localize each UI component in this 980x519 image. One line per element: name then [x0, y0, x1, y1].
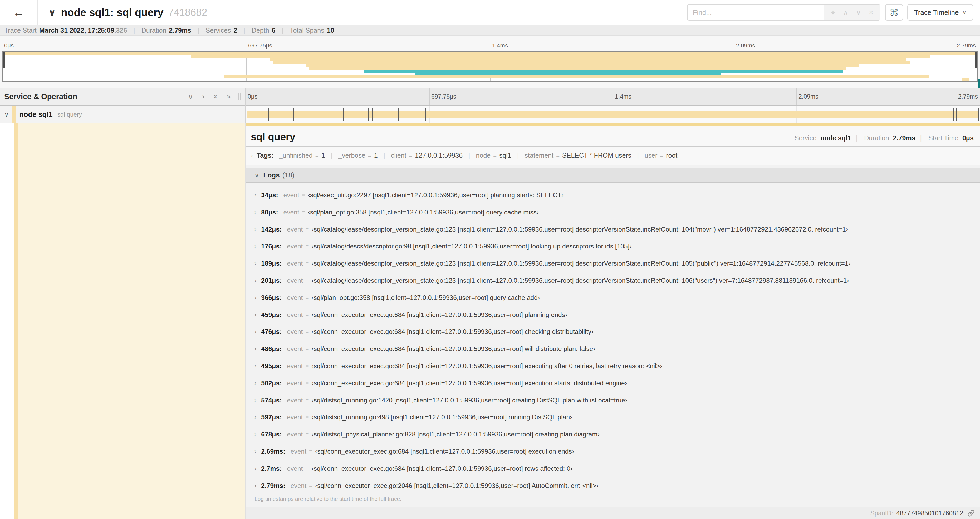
log-marker-tick [297, 108, 298, 121]
log-marker-tick [285, 108, 285, 121]
collapse-one-icon[interactable]: ∨ [188, 92, 193, 101]
trace-view-selector[interactable]: Trace Timeline ∨ [907, 4, 973, 21]
minimap-span-bar [306, 64, 860, 67]
log-entry[interactable]: › 176μs: event = ‹sql/catalog/descs/desc… [245, 238, 980, 255]
find-group: ⌖ ∧ ∨ × [687, 4, 880, 21]
span-collapse-chevron-icon[interactable]: ∨ [4, 111, 9, 118]
chevron-right-icon[interactable]: › [255, 345, 256, 352]
tag-item: node = sql1 [463, 152, 511, 159]
logs-header[interactable]: ∨ Logs (18) [245, 168, 980, 183]
ruler-gridline [796, 88, 797, 105]
link-icon[interactable] [967, 509, 975, 517]
minimap-span-bar [415, 72, 721, 75]
log-marker-tick [978, 108, 979, 121]
trace-summary-item: Services 2 [191, 27, 237, 34]
chevron-right-icon[interactable]: › [255, 260, 256, 267]
detail-left-gutter [0, 123, 245, 519]
log-entry[interactable]: › 476μs: event = ‹sql/conn_executor_exec… [245, 323, 980, 340]
minimap-span-bar [364, 70, 843, 72]
minimap-right-drag-handle[interactable] [975, 52, 977, 67]
chevron-right-icon[interactable]: › [255, 448, 256, 455]
log-marker-tick [293, 108, 294, 121]
log-entry[interactable]: › 574μs: event = ‹sql/distsql_running.go… [245, 391, 980, 409]
chevron-right-icon[interactable]: › [255, 380, 256, 386]
chevron-right-icon[interactable]: › [255, 226, 256, 233]
chevron-down-icon[interactable]: ∨ [255, 172, 259, 179]
logs-section: ∨ Logs (18) › 34μs: event = ‹sql/exec_ut… [245, 168, 980, 507]
focus-target-icon[interactable]: ⌖ [831, 8, 835, 17]
column-resize-grip[interactable] [238, 93, 241, 100]
log-entry[interactable]: › 366μs: event = ‹sql/plan_opt.go:358 [n… [245, 289, 980, 306]
tag-item: user = root [631, 152, 677, 159]
log-entry[interactable]: › 2.7ms: event = ‹sql/conn_executor_exec… [245, 460, 980, 477]
back-button[interactable]: ← [0, 0, 38, 25]
span-row[interactable]: ∨ node sql1 sql query [0, 106, 980, 123]
log-entry[interactable]: › 2.79ms: event = ‹sql/conn_executor_exe… [245, 477, 980, 494]
chevron-right-icon[interactable]: › [255, 431, 256, 438]
collapse-controls: ∨ › » » [188, 92, 231, 101]
span-color-stripe [12, 106, 16, 123]
chevron-right-icon[interactable]: › [255, 465, 256, 472]
chevron-right-icon[interactable]: › [255, 192, 256, 199]
chevron-right-icon[interactable]: › [255, 294, 256, 301]
find-controls: ⌖ ∧ ∨ × [824, 5, 880, 20]
log-entry[interactable]: › 34μs: event = ‹sql/exec_util.go:2297 [… [245, 187, 980, 204]
find-next-icon[interactable]: ∨ [856, 8, 861, 17]
find-input[interactable] [687, 5, 824, 20]
span-row-timeline-cell[interactable] [245, 106, 980, 123]
log-entry[interactable]: › 2.69ms: event = ‹sql/conn_executor_exe… [245, 443, 980, 460]
log-entry[interactable]: › 597μs: event = ‹sql/distsql_running.go… [245, 409, 980, 426]
trace-summary-item: Total Spans 10 [275, 27, 334, 34]
tag-item: statement = SELECT * FROM users [511, 152, 631, 159]
log-entry[interactable]: › 189μs: event = ‹sql/catalog/lease/desc… [245, 255, 980, 272]
tags-row[interactable]: › Tags: _unfinished = 1 _verbose = 1 cli… [245, 147, 980, 164]
log-entry[interactable]: › 142μs: event = ‹sql/catalog/lease/desc… [245, 221, 980, 238]
log-entry[interactable]: › 80μs: event = ‹sql/plan_opt.go:358 [ns… [245, 204, 980, 221]
log-entry[interactable]: › 495μs: event = ‹sql/conn_executor_exec… [245, 358, 980, 375]
chevron-right-icon[interactable]: › [255, 243, 256, 250]
expand-all-icon[interactable]: » [227, 92, 231, 101]
trace-view-label: Trace Timeline [914, 8, 959, 17]
log-marker-tick [953, 108, 954, 121]
minimap-left-drag-handle[interactable] [3, 52, 5, 67]
log-marker-tick [956, 108, 956, 121]
span-detail-header: sql query Service:node sql1 Duration:2.7… [245, 126, 980, 147]
span-duration-bar[interactable] [247, 111, 980, 118]
log-entry[interactable]: › 459μs: event = ‹sql/conn_executor_exec… [245, 306, 980, 323]
log-entry[interactable]: › 678μs: event = ‹sql/distsql_physical_p… [245, 426, 980, 443]
log-marker-tick [368, 108, 369, 121]
find-clear-icon[interactable]: × [869, 8, 873, 17]
log-marker-tick [425, 108, 426, 121]
expand-one-icon[interactable]: › [202, 92, 205, 101]
span-detail-title: sql query [251, 131, 295, 143]
span-id-value: 4877749850101760812 [896, 509, 963, 517]
span-detail-panel: sql query Service:node sql1 Duration:2.7… [245, 126, 980, 519]
chevron-right-icon[interactable]: › [255, 482, 256, 489]
log-marker-tick [375, 108, 375, 121]
chevron-right-icon[interactable]: › [255, 311, 256, 318]
minimap-span-bar [270, 58, 906, 61]
chevron-right-icon[interactable]: › [255, 414, 256, 421]
trace-summary-item: Duration 2.79ms [127, 27, 191, 34]
chevron-right-icon[interactable]: › [255, 397, 256, 404]
span-row-name-cell[interactable]: ∨ node sql1 sql query [0, 106, 245, 123]
log-entry[interactable]: › 502μs: event = ‹sql/conn_executor_exec… [245, 374, 980, 391]
tags-label: Tags: [256, 152, 274, 159]
log-entry[interactable]: › 201μs: event = ‹sql/catalog/lease/desc… [245, 272, 980, 289]
find-prev-icon[interactable]: ∧ [843, 8, 848, 17]
collapse-trace-chevron-icon[interactable]: ∨ [48, 7, 56, 18]
chevron-right-icon[interactable]: › [251, 152, 253, 159]
chevron-right-icon[interactable]: › [255, 277, 256, 284]
log-entry[interactable]: › 486μs: event = ‹sql/conn_executor_exec… [245, 340, 980, 358]
chevron-right-icon[interactable]: › [255, 328, 256, 335]
chevron-right-icon[interactable]: › [255, 209, 256, 216]
timeline-minimap[interactable] [2, 51, 978, 82]
collapse-all-icon[interactable]: » [212, 94, 220, 99]
ruler-tick-label: 697.75μs [248, 42, 272, 49]
keyboard-shortcuts-button[interactable]: ⌘ [885, 4, 903, 21]
chevron-right-icon[interactable]: › [255, 363, 256, 369]
ruler-tick-label: 1.4ms [615, 93, 632, 100]
ruler-gridline [613, 88, 613, 105]
ruler-tick-label: 2.79ms [957, 42, 976, 49]
log-marker-tick [300, 108, 300, 121]
